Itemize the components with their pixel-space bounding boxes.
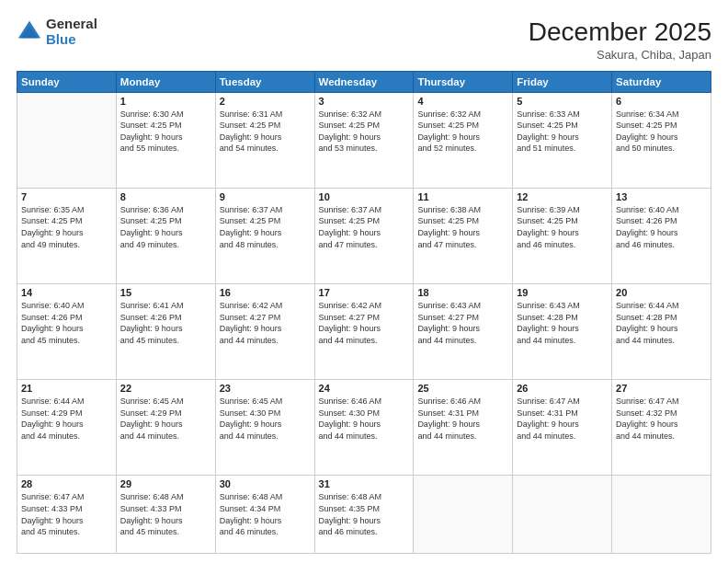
calendar-table: Sunday Monday Tuesday Wednesday Thursday… xyxy=(17,71,711,554)
day-info: Sunrise: 6:48 AM Sunset: 4:33 PM Dayligh… xyxy=(120,491,211,537)
table-row: 26Sunrise: 6:47 AM Sunset: 4:31 PM Dayli… xyxy=(513,380,612,476)
logo-blue-text: Blue xyxy=(46,32,97,48)
table-row: 25Sunrise: 6:46 AM Sunset: 4:31 PM Dayli… xyxy=(414,380,513,476)
day-info: Sunrise: 6:47 AM Sunset: 4:32 PM Dayligh… xyxy=(616,396,707,442)
col-saturday: Saturday xyxy=(612,71,711,92)
table-row: 30Sunrise: 6:48 AM Sunset: 4:34 PM Dayli… xyxy=(215,476,314,554)
header: General Blue December 2025 Sakura, Chiba… xyxy=(17,17,711,62)
table-row: 6Sunrise: 6:34 AM Sunset: 4:25 PM Daylig… xyxy=(612,92,711,188)
day-info: Sunrise: 6:47 AM Sunset: 4:33 PM Dayligh… xyxy=(21,491,112,537)
day-number: 30 xyxy=(220,478,311,489)
day-number: 20 xyxy=(616,287,707,298)
day-info: Sunrise: 6:43 AM Sunset: 4:28 PM Dayligh… xyxy=(517,300,608,346)
day-info: Sunrise: 6:32 AM Sunset: 4:25 PM Dayligh… xyxy=(417,109,508,155)
calendar-body: 1Sunrise: 6:30 AM Sunset: 4:25 PM Daylig… xyxy=(17,92,711,553)
table-row: 14Sunrise: 6:40 AM Sunset: 4:26 PM Dayli… xyxy=(17,284,117,380)
day-info: Sunrise: 6:37 AM Sunset: 4:25 PM Dayligh… xyxy=(220,204,311,250)
day-number: 13 xyxy=(616,191,707,202)
day-number: 25 xyxy=(417,383,508,394)
day-info: Sunrise: 6:35 AM Sunset: 4:25 PM Dayligh… xyxy=(21,204,112,250)
table-row: 12Sunrise: 6:39 AM Sunset: 4:25 PM Dayli… xyxy=(513,188,612,283)
day-number: 19 xyxy=(517,287,608,298)
title-block: December 2025 Sakura, Chiba, Japan xyxy=(529,17,711,62)
day-info: Sunrise: 6:43 AM Sunset: 4:27 PM Dayligh… xyxy=(417,300,508,346)
subtitle: Sakura, Chiba, Japan xyxy=(529,48,711,62)
table-row xyxy=(612,476,711,554)
calendar-header: Sunday Monday Tuesday Wednesday Thursday… xyxy=(17,71,711,92)
logo-general-text: General xyxy=(46,17,97,32)
day-number: 4 xyxy=(417,96,508,107)
day-number: 1 xyxy=(120,96,211,107)
table-row: 28Sunrise: 6:47 AM Sunset: 4:33 PM Dayli… xyxy=(17,476,117,554)
day-number: 8 xyxy=(120,191,211,202)
day-info: Sunrise: 6:41 AM Sunset: 4:26 PM Dayligh… xyxy=(120,300,211,346)
table-row: 15Sunrise: 6:41 AM Sunset: 4:26 PM Dayli… xyxy=(116,284,215,380)
main-title: December 2025 xyxy=(529,17,711,48)
day-number: 28 xyxy=(21,478,112,489)
day-info: Sunrise: 6:42 AM Sunset: 4:27 PM Dayligh… xyxy=(319,300,410,346)
table-row: 11Sunrise: 6:38 AM Sunset: 4:25 PM Dayli… xyxy=(414,188,513,283)
table-row: 8Sunrise: 6:36 AM Sunset: 4:25 PM Daylig… xyxy=(116,188,215,283)
day-info: Sunrise: 6:42 AM Sunset: 4:27 PM Dayligh… xyxy=(220,300,311,346)
logo: General Blue xyxy=(17,17,97,47)
day-number: 5 xyxy=(517,96,608,107)
table-row: 4Sunrise: 6:32 AM Sunset: 4:25 PM Daylig… xyxy=(414,92,513,188)
table-row: 17Sunrise: 6:42 AM Sunset: 4:27 PM Dayli… xyxy=(314,284,414,380)
day-number: 29 xyxy=(120,478,211,489)
day-info: Sunrise: 6:38 AM Sunset: 4:25 PM Dayligh… xyxy=(417,204,508,250)
day-info: Sunrise: 6:44 AM Sunset: 4:29 PM Dayligh… xyxy=(21,396,112,442)
day-info: Sunrise: 6:32 AM Sunset: 4:25 PM Dayligh… xyxy=(319,109,410,155)
table-row: 1Sunrise: 6:30 AM Sunset: 4:25 PM Daylig… xyxy=(116,92,215,188)
day-info: Sunrise: 6:31 AM Sunset: 4:25 PM Dayligh… xyxy=(220,109,311,155)
page: General Blue December 2025 Sakura, Chiba… xyxy=(0,0,728,563)
day-info: Sunrise: 6:45 AM Sunset: 4:30 PM Dayligh… xyxy=(220,396,311,442)
table-row: 7Sunrise: 6:35 AM Sunset: 4:25 PM Daylig… xyxy=(17,188,117,283)
header-row: Sunday Monday Tuesday Wednesday Thursday… xyxy=(17,71,711,92)
day-info: Sunrise: 6:47 AM Sunset: 4:31 PM Dayligh… xyxy=(517,396,608,442)
table-row: 18Sunrise: 6:43 AM Sunset: 4:27 PM Dayli… xyxy=(414,284,513,380)
day-info: Sunrise: 6:46 AM Sunset: 4:31 PM Dayligh… xyxy=(417,396,508,442)
table-row: 27Sunrise: 6:47 AM Sunset: 4:32 PM Dayli… xyxy=(612,380,711,476)
col-monday: Monday xyxy=(116,71,215,92)
day-info: Sunrise: 6:40 AM Sunset: 4:26 PM Dayligh… xyxy=(21,300,112,346)
day-info: Sunrise: 6:33 AM Sunset: 4:25 PM Dayligh… xyxy=(517,109,608,155)
col-friday: Friday xyxy=(513,71,612,92)
day-number: 31 xyxy=(319,478,410,489)
table-row: 19Sunrise: 6:43 AM Sunset: 4:28 PM Dayli… xyxy=(513,284,612,380)
table-row xyxy=(414,476,513,554)
table-row: 3Sunrise: 6:32 AM Sunset: 4:25 PM Daylig… xyxy=(314,92,414,188)
day-number: 2 xyxy=(220,96,311,107)
day-number: 22 xyxy=(120,383,211,394)
day-info: Sunrise: 6:48 AM Sunset: 4:35 PM Dayligh… xyxy=(319,491,410,537)
table-row xyxy=(17,92,117,188)
table-row: 23Sunrise: 6:45 AM Sunset: 4:30 PM Dayli… xyxy=(215,380,314,476)
col-thursday: Thursday xyxy=(414,71,513,92)
day-number: 23 xyxy=(220,383,311,394)
table-row: 20Sunrise: 6:44 AM Sunset: 4:28 PM Dayli… xyxy=(612,284,711,380)
table-row: 24Sunrise: 6:46 AM Sunset: 4:30 PM Dayli… xyxy=(314,380,414,476)
table-row: 29Sunrise: 6:48 AM Sunset: 4:33 PM Dayli… xyxy=(116,476,215,554)
day-info: Sunrise: 6:36 AM Sunset: 4:25 PM Dayligh… xyxy=(120,204,211,250)
table-row: 2Sunrise: 6:31 AM Sunset: 4:25 PM Daylig… xyxy=(215,92,314,188)
table-row: 21Sunrise: 6:44 AM Sunset: 4:29 PM Dayli… xyxy=(17,380,117,476)
day-number: 7 xyxy=(21,191,112,202)
day-number: 16 xyxy=(220,287,311,298)
day-number: 15 xyxy=(120,287,211,298)
day-number: 14 xyxy=(21,287,112,298)
table-row: 5Sunrise: 6:33 AM Sunset: 4:25 PM Daylig… xyxy=(513,92,612,188)
day-info: Sunrise: 6:34 AM Sunset: 4:25 PM Dayligh… xyxy=(616,109,707,155)
day-number: 6 xyxy=(616,96,707,107)
col-tuesday: Tuesday xyxy=(215,71,314,92)
day-number: 3 xyxy=(319,96,410,107)
day-number: 10 xyxy=(319,191,410,202)
day-number: 9 xyxy=(220,191,311,202)
logo-text: General Blue xyxy=(46,17,97,47)
col-wednesday: Wednesday xyxy=(314,71,414,92)
logo-icon xyxy=(17,19,42,45)
day-number: 12 xyxy=(517,191,608,202)
day-number: 21 xyxy=(21,383,112,394)
day-number: 11 xyxy=(417,191,508,202)
day-info: Sunrise: 6:46 AM Sunset: 4:30 PM Dayligh… xyxy=(319,396,410,442)
day-number: 27 xyxy=(616,383,707,394)
table-row: 31Sunrise: 6:48 AM Sunset: 4:35 PM Dayli… xyxy=(314,476,414,554)
